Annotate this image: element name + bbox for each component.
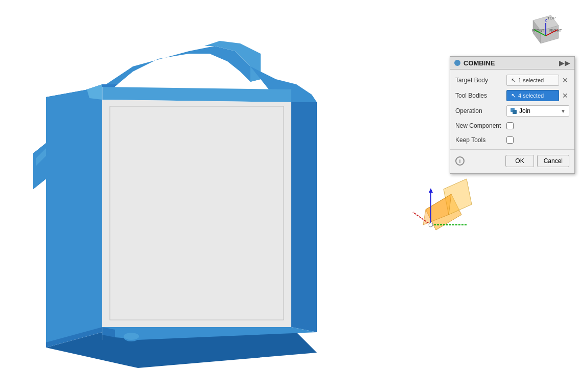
new-component-checkbox[interactable] [506, 122, 514, 129]
operation-dropdown[interactable]: Join ▼ [506, 105, 569, 117]
tool-bodies-row: Tool Bodies ↖ 4 selected ✕ [450, 88, 574, 103]
target-body-row: Target Body ↖ 1 selected ✕ [450, 73, 574, 88]
ok-button[interactable]: OK [505, 155, 534, 167]
svg-marker-29 [429, 188, 433, 193]
combine-panel: COMBINE ▶▶ Target Body ↖ 1 selected ✕ To… [450, 56, 575, 174]
cancel-button[interactable]: Cancel [537, 155, 569, 167]
expand-icon[interactable]: ▶▶ [559, 59, 570, 67]
panel-expand-buttons[interactable]: ▶▶ [559, 59, 570, 67]
new-component-control [506, 122, 569, 129]
tool-bodies-value: 4 selected [518, 93, 544, 99]
svg-marker-2 [46, 87, 102, 342]
svg-text:Z: Z [545, 18, 547, 22]
target-body-selector[interactable]: ↖ 1 selected [506, 75, 559, 86]
svg-text:TOP: TOP [547, 16, 555, 20]
keep-tools-control [506, 136, 569, 144]
target-body-clear[interactable]: ✕ [561, 77, 569, 84]
panel-footer: i OK Cancel [450, 152, 574, 170]
svg-point-8 [124, 333, 139, 340]
target-body-value: 1 selected [518, 77, 544, 83]
svg-marker-4 [291, 89, 317, 332]
operation-row: Operation Join ▼ [450, 103, 574, 119]
svg-marker-6 [102, 100, 291, 327]
tool-bodies-label: Tool Bodies [455, 92, 506, 99]
panel-title: COMBINE [464, 59, 495, 67]
target-body-control: ↖ 1 selected ✕ [506, 75, 569, 86]
operation-control: Join ▼ [506, 105, 569, 117]
tool-bodies-selector[interactable]: ↖ 4 selected [506, 90, 559, 101]
footer-buttons: OK Cancel [505, 155, 569, 167]
svg-marker-3 [102, 87, 291, 102]
svg-point-28 [429, 223, 433, 227]
keep-tools-row: Keep Tools [450, 133, 574, 147]
join-icon [510, 107, 517, 114]
tool-bodies-control: ↖ 4 selected ✕ [506, 90, 569, 101]
operation-label: Operation [455, 107, 506, 114]
panel-header: COMBINE ▶▶ [450, 57, 574, 70]
panel-header-left: COMBINE [454, 59, 495, 67]
operation-select-inner: Join [510, 107, 530, 114]
new-component-row: New Component [450, 119, 574, 133]
new-component-label: New Component [455, 122, 506, 129]
keep-tools-checkbox[interactable] [506, 136, 514, 144]
dropdown-arrow-icon: ▼ [561, 108, 566, 114]
tool-bodies-clear[interactable]: ✕ [561, 92, 569, 99]
keep-tools-label: Keep Tools [455, 136, 506, 144]
target-body-label: Target Body [455, 77, 506, 84]
svg-rect-31 [513, 110, 517, 114]
panel-divider [450, 149, 574, 150]
operation-value: Join [519, 107, 530, 114]
panel-body: Target Body ↖ 1 selected ✕ Tool Bodies ↖… [450, 70, 574, 173]
combine-icon [454, 60, 460, 66]
orientation-cube[interactable]: TOP RIGHT FRONT Z [523, 10, 569, 51]
info-icon[interactable]: i [455, 156, 465, 166]
cursor-icon: ↖ [511, 77, 516, 84]
cursor-icon-2: ↖ [511, 92, 516, 99]
